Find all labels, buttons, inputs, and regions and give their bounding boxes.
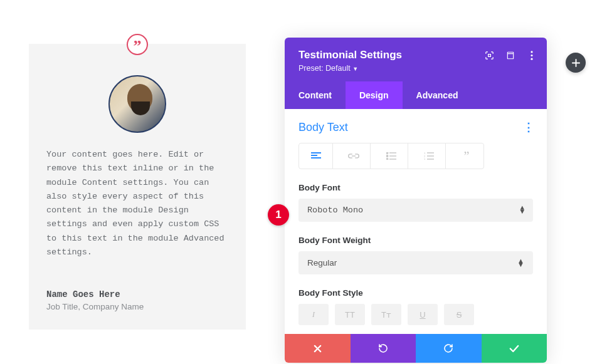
testimonial-title: Job Title, Company Name	[46, 302, 228, 311]
align-left-icon[interactable]	[299, 143, 333, 169]
panel-header: Testimonial Settings Preset: Default ▼	[285, 38, 547, 81]
body-font-weight-select[interactable]: Regular ▲▼	[298, 251, 533, 274]
underline-button[interactable]: U	[408, 304, 438, 325]
redo-button[interactable]	[416, 334, 482, 363]
add-button[interactable]	[566, 53, 586, 73]
save-button[interactable]	[482, 334, 547, 363]
svg-point-10	[386, 152, 388, 153]
body-font-select[interactable]: Roboto Mono ▲▼	[298, 199, 533, 222]
ordered-list-icon[interactable]: 123	[412, 143, 446, 169]
blockquote-icon[interactable]: ”	[450, 143, 483, 169]
avatar	[108, 75, 166, 133]
select-caret-icon: ▲▼	[520, 207, 524, 214]
unordered-list-icon[interactable]	[374, 143, 408, 169]
tab-content[interactable]: Content	[285, 81, 346, 109]
svg-point-12	[386, 159, 388, 160]
testimonial-name: Name Goes Here	[46, 289, 228, 299]
select-caret-icon: ▲▼	[517, 259, 524, 267]
tab-advanced[interactable]: Advanced	[403, 81, 472, 109]
preset-dropdown[interactable]: Preset: Default ▼	[298, 64, 533, 73]
callout-marker-1: 1	[268, 204, 289, 226]
panel-body: Body Text ⋮ 123 ” Body Font Roboto Mono …	[285, 109, 547, 334]
settings-panel: Testimonial Settings Preset: Default ▼ C…	[285, 38, 547, 363]
body-font-label: Body Font	[298, 183, 533, 192]
link-icon[interactable]	[337, 143, 371, 169]
panel-footer	[285, 334, 547, 363]
tab-design[interactable]: Design	[346, 81, 403, 109]
cancel-button[interactable]	[285, 334, 351, 363]
svg-point-5	[531, 58, 532, 60]
more-icon[interactable]	[527, 50, 537, 60]
svg-rect-0	[488, 54, 490, 56]
body-font-style-label: Body Font Style	[298, 288, 533, 298]
font-style-toolbar: I TT Tᴛ U S	[298, 304, 533, 325]
quote-icon: ”	[127, 34, 148, 55]
testimonial-card: ” Your content goes here. Edit or remove…	[29, 44, 246, 330]
body-font-weight-label: Body Font Weight	[298, 236, 533, 245]
smallcaps-button[interactable]: Tᴛ	[371, 304, 401, 325]
uppercase-button[interactable]: TT	[335, 304, 365, 325]
italic-button[interactable]: I	[298, 304, 329, 325]
chevron-down-icon: ▼	[352, 66, 358, 72]
svg-point-3	[531, 51, 532, 53]
responsive-icon[interactable]	[505, 50, 515, 60]
undo-button[interactable]	[351, 334, 416, 363]
expand-icon[interactable]	[484, 50, 494, 60]
svg-text:3: 3	[424, 158, 426, 160]
text-format-toolbar: 123 ”	[298, 143, 484, 169]
svg-rect-1	[507, 52, 513, 59]
strikethrough-button[interactable]: S	[444, 304, 474, 325]
testimonial-body[interactable]: Your content goes here. Edit or remove t…	[46, 148, 228, 259]
section-menu-icon[interactable]: ⋮	[523, 120, 533, 134]
svg-point-4	[531, 54, 532, 56]
svg-point-11	[386, 155, 388, 157]
tabs: Content Design Advanced	[285, 81, 547, 109]
section-title[interactable]: Body Text	[298, 121, 348, 134]
